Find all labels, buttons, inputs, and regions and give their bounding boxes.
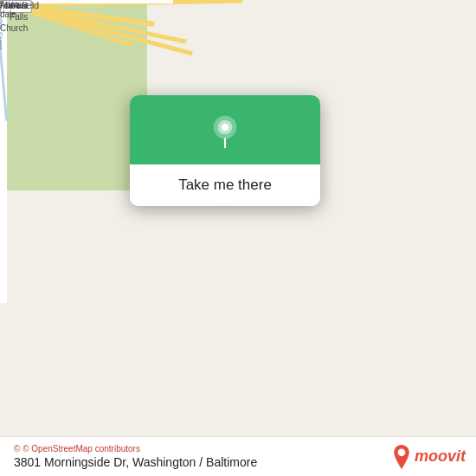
map-container: Accotink Creek I 66 VA 243 US 50 VA 237 … (0, 0, 476, 476)
moovit-logo: moovit (392, 445, 466, 469)
address-text: 3801 Morningside Dr, Washington / Baltim… (14, 455, 257, 469)
osm-credit-text: © OpenStreetMap contributors (23, 444, 140, 453)
moovit-brand-text: moovit (415, 447, 466, 466)
take-me-there-button[interactable]: Take me there (130, 164, 320, 206)
popup-card: Take me there (130, 95, 320, 206)
popup-header (130, 95, 320, 164)
place-label-annandale: Annadale (0, 0, 20, 19)
svg-point-2 (222, 124, 228, 131)
bottom-bar: © © OpenStreetMap contributors 3801 Morn… (0, 436, 476, 476)
osm-credit: © © OpenStreetMap contributors (14, 444, 257, 453)
copyright-symbol: © (14, 444, 20, 453)
location-pin-icon (208, 114, 242, 149)
svg-point-3 (398, 448, 406, 456)
moovit-pin-icon (392, 445, 411, 469)
bottom-left: © © OpenStreetMap contributors 3801 Morn… (14, 444, 257, 469)
